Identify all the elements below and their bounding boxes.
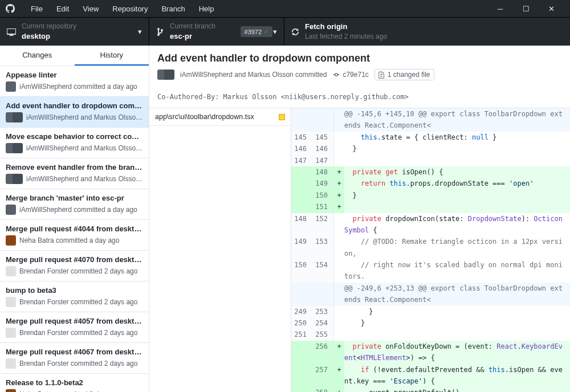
- window-controls: ─ ☐ ✕: [487, 0, 564, 17]
- commit-item[interactable]: Move escape behavior to correct compo… i…: [0, 128, 149, 158]
- commit-item[interactable]: Release to 1.1.0-beta2 Neha Batra commit…: [0, 374, 149, 392]
- menu-help[interactable]: Help: [193, 2, 220, 15]
- commit-item-byline: Neha Batra committed a day ago: [19, 236, 119, 244]
- diff-line: 149+ return this.props.dropdownState ===…: [291, 178, 570, 189]
- diff-line: 250254 }: [291, 317, 570, 329]
- commit-item-title: Merge branch 'master' into esc-pr: [6, 194, 143, 202]
- changed-files-badge[interactable]: 1 changed file: [374, 69, 434, 80]
- commit-item-byline: iAmWillShepherd and Markus Olsson co…: [26, 144, 143, 152]
- file-list: app\src\ui\toolbar\dropdown.tsx: [149, 108, 291, 392]
- commit-list[interactable]: Appease linter iAmWillShepherd committed…: [0, 66, 149, 392]
- avatar: [6, 235, 16, 246]
- commit-item-byline: iAmWillShepherd and Markus Olsson co…: [26, 113, 143, 121]
- commit-header: Add event handler to dropdown component …: [149, 46, 570, 86]
- commit-item-title: Merge pull request #4067 from desktop/…: [6, 348, 143, 356]
- branch-label: Current branch esc-pr: [170, 22, 215, 42]
- diff-line: 150154 // right now it's scaled badly on…: [291, 259, 570, 283]
- commit-item[interactable]: Merge pull request #4044 from desktop/… …: [0, 220, 149, 251]
- diff-line: 150+ }: [291, 190, 570, 201]
- commit-item-title: bump to beta3: [6, 286, 143, 295]
- commit-byline: iAmWillShepherd and Markus Olsson commit…: [180, 71, 327, 79]
- commit-item[interactable]: Merge branch 'master' into esc-pr iAmWil…: [0, 189, 149, 220]
- toolbar: Current repository desktop ▾ Current bra…: [0, 17, 570, 46]
- commit-item-title: Merge pull request #4044 from desktop/…: [6, 224, 143, 233]
- branch-icon: [156, 27, 164, 36]
- commit-detail: Add event handler to dropdown component …: [149, 46, 570, 392]
- chevron-down-icon: ▾: [138, 27, 142, 36]
- tab-changes[interactable]: Changes: [0, 46, 75, 66]
- diff-line: 145145 this.state = { clientRect: null }: [291, 132, 570, 143]
- desktop-icon: [7, 27, 16, 36]
- commit-item[interactable]: Merge pull request #4070 from desktop/… …: [0, 251, 149, 281]
- avatar: [6, 389, 16, 392]
- menu-repository[interactable]: Repository: [107, 2, 153, 15]
- commit-item-byline: Brendan Forster committed 2 days ago: [19, 298, 137, 306]
- commit-item-title: Add event handler to dropdown compon…: [6, 101, 143, 110]
- commit-item-title: Remove event handler from the branches…: [6, 163, 143, 172]
- file-item[interactable]: app\src\ui\toolbar\dropdown.tsx: [149, 108, 291, 126]
- diff-area: app\src\ui\toolbar\dropdown.tsx @@ -145,…: [149, 108, 570, 392]
- menu-file[interactable]: File: [25, 2, 48, 15]
- commit-item-title: Appease linter: [6, 71, 143, 79]
- commit-description: Co-Authored-By: Markus Olsson <niik@user…: [149, 86, 570, 108]
- check-icon: ✓: [264, 28, 269, 35]
- avatar: [6, 297, 16, 307]
- commit-sha: c79e71c: [332, 71, 368, 79]
- menu-bar: FileEditViewRepositoryBranchHelp: [25, 2, 487, 15]
- commit-item[interactable]: Merge pull request #4067 from desktop/… …: [0, 343, 149, 374]
- chevron-down-icon: ▾: [273, 27, 277, 36]
- avatar: [164, 70, 174, 80]
- maximize-button[interactable]: ☐: [513, 0, 539, 17]
- main-content: Changes History Appease linter iAmWillSh…: [0, 46, 570, 392]
- avatar: [6, 205, 16, 215]
- close-button[interactable]: ✕: [539, 0, 564, 17]
- avatar: [13, 143, 23, 153]
- commit-item-byline: iAmWillShepherd and Markus Olsson co…: [26, 175, 143, 183]
- repo-dropdown[interactable]: Current repository desktop ▾: [0, 18, 149, 46]
- commit-item-byline: iAmWillShepherd committed a day ago: [19, 206, 137, 214]
- sidebar-tabs: Changes History: [0, 46, 149, 66]
- file-path: app\src\ui\toolbar\dropdown.tsx: [155, 113, 254, 121]
- commit-item[interactable]: bump to beta3 Brendan Forster committed …: [0, 281, 149, 312]
- commit-item[interactable]: Appease linter iAmWillShepherd committed…: [0, 66, 149, 97]
- github-logo-icon: [6, 4, 15, 13]
- commit-item[interactable]: Merge pull request #4057 from desktop/… …: [0, 312, 149, 343]
- diff-line: 257+ if (!event.defaultPrevented && this…: [291, 364, 570, 387]
- commit-item-byline: Brendan Forster committed 2 days ago: [19, 267, 137, 275]
- diff-line: 251255: [291, 329, 570, 340]
- commit-item-title: Merge pull request #4057 from desktop/…: [6, 317, 143, 325]
- avatar: [6, 358, 16, 369]
- sync-icon: [291, 27, 299, 36]
- avatar: [13, 112, 23, 122]
- titlebar: FileEditViewRepositoryBranchHelp ─ ☐ ✕: [0, 0, 570, 17]
- diff-line: 147147: [291, 155, 570, 166]
- avatar: [13, 174, 23, 184]
- diff-line: @@ -249,6 +253,13 @@ export class Toolba…: [291, 283, 570, 306]
- avatar: [6, 328, 16, 338]
- commit-item-title: Release to 1.1.0-beta2: [6, 378, 143, 387]
- fetch-button[interactable]: Fetch origin Last fetched 2 minutes ago: [284, 18, 570, 46]
- diff-line: 258+ event.preventDefault(): [291, 387, 570, 392]
- commit-item[interactable]: Add event handler to dropdown compon… iA…: [0, 97, 149, 128]
- commit-item-byline: iAmWillShepherd committed a day ago: [19, 83, 137, 91]
- commit-item-title: Merge pull request #4070 from desktop/…: [6, 255, 143, 264]
- commit-item-title: Move escape behavior to correct compo…: [6, 132, 143, 141]
- branch-dropdown[interactable]: Current branch esc-pr #3972 ✓ ▾: [149, 18, 284, 46]
- menu-branch[interactable]: Branch: [156, 2, 190, 15]
- sidebar: Changes History Appease linter iAmWillSh…: [0, 46, 149, 392]
- commit-item-byline: Brendan Forster committed 2 days ago: [19, 360, 137, 368]
- commit-avatars: [157, 70, 174, 80]
- diff-line: 249253 }: [291, 306, 570, 317]
- avatar: [6, 266, 16, 276]
- commit-item-byline: Brendan Forster committed 2 days ago: [19, 329, 137, 337]
- repo-label: Current repository desktop: [22, 22, 76, 42]
- diff-line: 151+: [291, 201, 570, 213]
- diff-line: 148152 private dropdownIcon(state: Dropd…: [291, 213, 570, 236]
- diff-view[interactable]: @@ -145,6 +145,10 @@ export class Toolba…: [291, 108, 570, 392]
- tab-history[interactable]: History: [75, 46, 149, 66]
- commit-item[interactable]: Remove event handler from the branches… …: [0, 158, 149, 189]
- commit-icon: [332, 71, 340, 78]
- menu-view[interactable]: View: [77, 2, 104, 15]
- menu-edit[interactable]: Edit: [51, 2, 75, 15]
- minimize-button[interactable]: ─: [487, 0, 513, 17]
